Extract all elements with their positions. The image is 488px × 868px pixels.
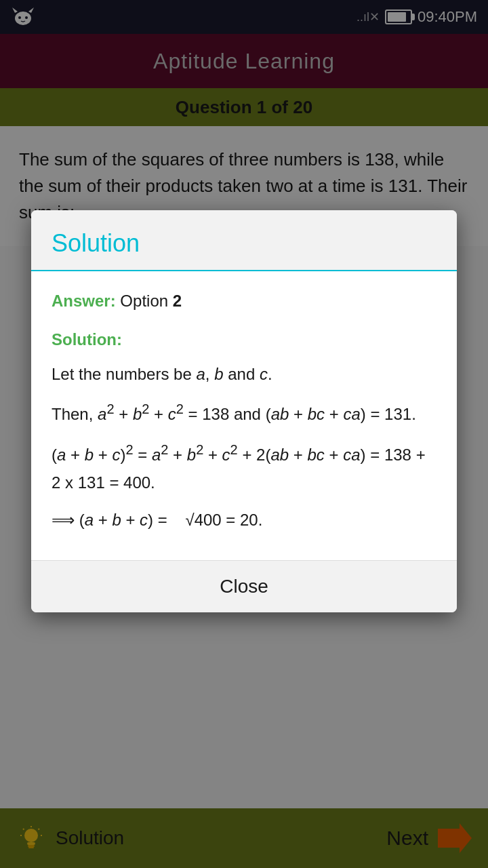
solution-dialog: Solution Answer: Option 2 Solution: Let … [31, 210, 457, 612]
close-button[interactable]: Close [220, 576, 268, 597]
answer-option-text: Option 2 [120, 292, 182, 310]
dialog-footer: Close [31, 560, 457, 612]
solution-line-1: Let the numbers be a, b and c. [52, 361, 436, 389]
dialog-title: Solution [52, 229, 140, 257]
solution-line-4: ⟹ (a + b + c) = √400 = 20. [52, 507, 436, 534]
solution-label: Solution: [52, 326, 436, 354]
answer-label: Answer: [52, 292, 116, 310]
solution-line-3: (a + b + c)2 = a2 + b2 + c2 + 2(ab + bc … [52, 438, 436, 497]
solution-line-2: Then, a2 + b2 + c2 = 138 and (ab + bc + … [52, 397, 436, 429]
dialog-header: Solution [31, 210, 457, 271]
dialog-body: Answer: Option 2 Solution: Let the numbe… [31, 271, 457, 560]
solution-section: Solution: [52, 326, 436, 354]
answer-option-number: 2 [173, 292, 182, 310]
answer-row: Answer: Option 2 [52, 288, 436, 315]
solution-content: Let the numbers be a, b and c. Then, a2 … [52, 361, 436, 534]
